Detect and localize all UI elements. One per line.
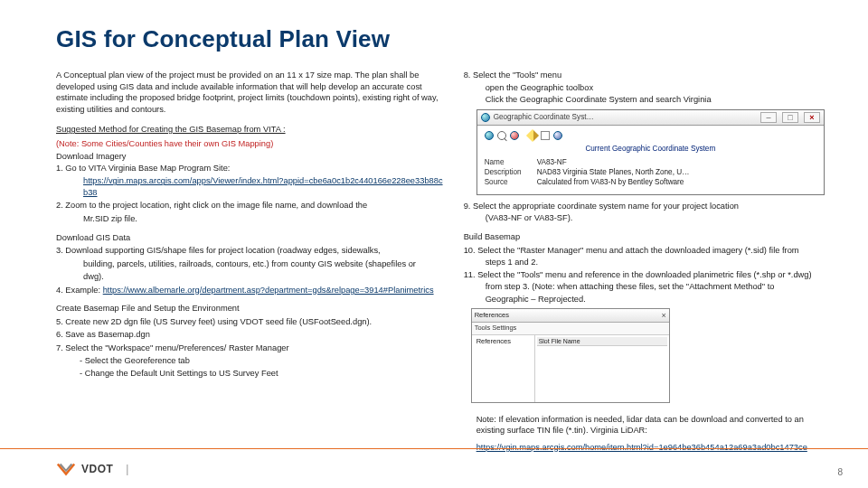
column-header: Slot File Name <box>537 337 667 346</box>
list-item: 1. Go to VITA Virginia Base Map Program … <box>56 163 448 174</box>
dialog-title: References <box>475 311 509 320</box>
list-item: Mr.SID zip file. <box>56 213 448 225</box>
vdot-logo-icon <box>56 462 76 476</box>
references-dialog-screenshot: References × Tools Settings References S… <box>471 308 670 402</box>
list-item: open the Geographic toolbox <box>464 82 825 94</box>
pencil-icon <box>526 129 539 142</box>
build-basemap-heading: Build Basemap <box>464 231 825 243</box>
list-item: 3. Download supporting GIS/shape files f… <box>56 245 448 257</box>
document-page: GIS for Conceptual Plan View A Conceptua… <box>0 0 868 488</box>
label: Description <box>485 167 537 177</box>
list-item: 10. Select the "Raster Manager" menu and… <box>464 245 825 257</box>
dialog-title: Geographic Coordinate Syst… <box>494 112 594 122</box>
value: NAD83 Virginia State Planes, North Zone,… <box>537 167 690 177</box>
albemarle-link[interactable]: https://www.albemarle.org/department.asp… <box>103 286 434 295</box>
list-item: 4. Example: https://www.albemarle.org/de… <box>56 285 448 296</box>
list-item: building, parcels, utilities, railroads,… <box>56 258 448 270</box>
coord-system-dialog-screenshot: Geographic Coordinate Syst… – □ × <box>476 109 825 195</box>
list-item: Click the Geographic Coordinate System a… <box>464 94 825 106</box>
steps-list: 3. Download supporting GIS/shape files f… <box>56 245 448 296</box>
download-gis-heading: Download GIS Data <box>56 232 448 244</box>
tree-item: References <box>474 337 533 346</box>
steps-list: 5. Create new 2D dgn file (US Survey fee… <box>56 316 448 354</box>
dialog-titlebar: References × <box>472 309 669 323</box>
globe-icon <box>481 113 490 122</box>
lidar-note: Note: If elevation information is needed… <box>464 414 825 436</box>
download-imagery-heading: Download Imagery <box>56 151 448 163</box>
list-item: steps 1 and 2. <box>464 257 825 268</box>
left-column: A Conceptual plan view of the project mu… <box>56 70 448 453</box>
dialog-titlebar: Geographic Coordinate Syst… – □ × <box>477 110 824 126</box>
dialog-section-heading: Current Geographic Coordinate System <box>485 144 816 154</box>
vdot-logo: VDOT | <box>56 462 128 476</box>
suggested-method-heading: Suggested Method for Creating the GIS Ba… <box>56 124 448 136</box>
minimize-icon: – <box>760 112 777 123</box>
create-basemap-heading: Create Basemap File and Setup the Enviro… <box>56 303 448 314</box>
label: Source <box>485 177 537 187</box>
sub-bullet: - Change the Default Unit Settings to US… <box>56 368 448 380</box>
list-item: Geographic – Reprojected. <box>464 294 825 305</box>
list-item: 8. Select the "Tools" menu <box>464 70 825 81</box>
tree-pane: References <box>472 335 535 402</box>
sub-bullet: - Select the Georeference tab <box>56 355 448 367</box>
steps-list: 8. Select the "Tools" menu open the Geog… <box>464 70 825 106</box>
page-number: 8 <box>837 467 843 477</box>
steps-list: 1. Go to VITA Virginia Base Map Program … <box>56 163 448 225</box>
globe-icon <box>510 131 519 140</box>
steps-list: 9. Select the appropriate coordinate sys… <box>464 201 825 224</box>
list-item: 11. Select the "Tools" menu and referenc… <box>464 269 825 281</box>
search-icon <box>497 131 506 140</box>
steps-list: 10. Select the "Raster Manager" menu and… <box>464 245 825 305</box>
window-buttons: – □ × <box>760 112 820 123</box>
note-red: (Note: Some Cities/Counties have their o… <box>56 138 448 150</box>
list-item: 9. Select the appropriate coordinate sys… <box>464 201 825 212</box>
maximize-icon: □ <box>782 112 798 123</box>
list-item: 7. Select the "Workspace" menu/Preferenc… <box>56 343 448 354</box>
close-icon: × <box>661 310 665 321</box>
vdot-logo-text: VDOT <box>81 463 113 475</box>
content-columns: A Conceptual plan view of the project mu… <box>56 70 825 453</box>
list-item: from step 3. (Note: when attaching these… <box>464 281 825 293</box>
globe-icon <box>485 131 494 140</box>
list-item: 5. Create new 2D dgn file (US Survey fee… <box>56 316 448 328</box>
label: Name <box>485 157 537 167</box>
value: Calculated from VA83-N by Bentley Softwa… <box>537 177 684 187</box>
footer-separator: | <box>126 463 128 475</box>
dialog-body: Current Geographic Coordinate System Nam… <box>477 126 824 194</box>
value: VA83-NF <box>537 157 567 167</box>
export-icon <box>541 131 550 140</box>
list-item: (VA83-NF or VA83-SF). <box>464 212 825 224</box>
list-item: 2. Zoom to the project location, right c… <box>56 200 448 211</box>
dialog-menu: Tools Settings <box>472 323 669 334</box>
page-title: GIS for Conceptual Plan View <box>56 25 825 53</box>
vita-viewer-link[interactable]: https://vgin.maps.arcgis.com/apps/Viewer… <box>83 176 443 197</box>
list-item: https://vgin.maps.arcgis.com/apps/Viewer… <box>56 175 448 198</box>
dialog-body: References Slot File Name <box>472 335 669 402</box>
list-item: dwg). <box>56 271 448 283</box>
intro-paragraph: A Conceptual plan view of the project mu… <box>56 70 448 115</box>
compass-icon <box>553 131 562 140</box>
list-item: 6. Save as Basemap.dgn <box>56 329 448 341</box>
close-icon: × <box>804 112 820 123</box>
right-column: 8. Select the "Tools" menu open the Geog… <box>464 70 825 453</box>
footer: VDOT | <box>0 448 868 488</box>
list-pane: Slot File Name <box>535 335 669 402</box>
